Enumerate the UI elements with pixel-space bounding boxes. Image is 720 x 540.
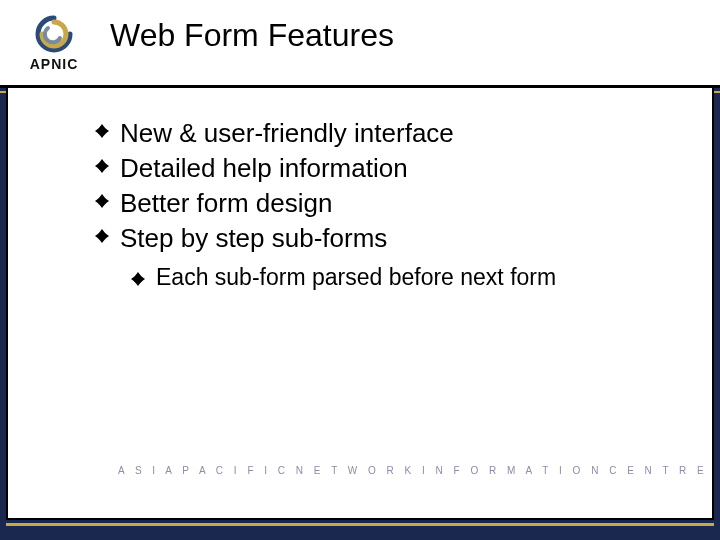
bullet-text: Detailed help information [120, 153, 408, 183]
list-item: Step by step sub-forms [94, 221, 642, 256]
bullet-list: New & user-friendly interface Detailed h… [94, 116, 642, 256]
list-item: Better form design [94, 186, 642, 221]
bullet-text: New & user-friendly interface [120, 118, 454, 148]
bullet-text: Better form design [120, 188, 332, 218]
bullet-icon [94, 193, 110, 209]
brand-name: APNIC [30, 56, 79, 72]
apnic-swirl-icon [30, 14, 78, 54]
bullet-icon [94, 228, 110, 244]
bottom-accent-line [6, 523, 714, 526]
slide-header: APNIC Web Form Features [0, 0, 720, 88]
bullet-text: Step by step sub-forms [120, 223, 387, 253]
slide-body: New & user-friendly interface Detailed h… [6, 88, 714, 520]
brand-logo: APNIC [14, 14, 94, 72]
bullet-icon [130, 271, 146, 287]
sub-bullet-text: Each sub-form parsed before next form [156, 264, 556, 290]
list-item: New & user-friendly interface [94, 116, 642, 151]
list-item: Detailed help information [94, 151, 642, 186]
slide-title: Web Form Features [110, 17, 394, 54]
sub-bullet-list: Each sub-form parsed before next form [130, 264, 642, 291]
bullet-icon [94, 158, 110, 174]
bullet-icon [94, 123, 110, 139]
slide-footer: A S I A P A C I F I C N E T W O R K I N … [118, 465, 708, 476]
list-item: Each sub-form parsed before next form [130, 264, 642, 291]
